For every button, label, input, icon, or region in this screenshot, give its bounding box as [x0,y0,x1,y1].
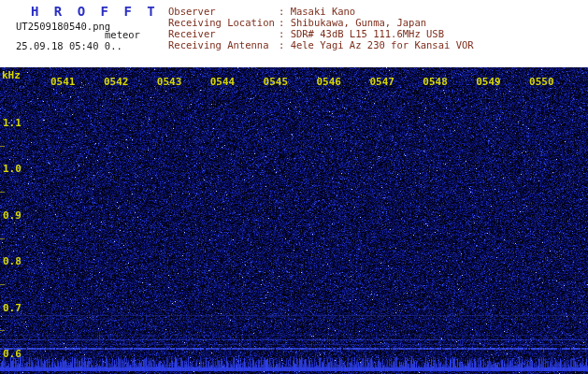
time-axis-label: 0541 [50,76,76,88]
metadata-label: Receiver [168,28,279,39]
time-axis-label: 0545 [264,76,289,88]
time-axis-label: 0543 [157,76,182,88]
observation-tag: meteor [105,29,140,40]
header-bar: H R O F F T UT2509180540.png meteor 25.0… [0,0,588,67]
time-axis-label: 0544 [210,76,236,88]
time-axis-label: 0549 [476,76,501,88]
metadata-label: Receiving Antenna [168,39,279,50]
time-axis-label: 0550 [529,76,554,88]
metadata-label: Receiving Location [168,17,279,28]
freq-axis-minor-tick [0,192,5,193]
freq-axis-label: 0.7 [3,301,22,313]
time-axis-label: 0546 [317,76,342,88]
metadata-value: Shibukawa, Gunma, Japan [291,17,426,28]
freq-axis-minor-tick [0,330,5,331]
freq-axis-label: 0.6 [3,348,22,360]
freq-axis-label: 1.1 [3,117,22,129]
metadata-row: Receiving Location: Shibukawa, Gunma, Ja… [168,17,474,28]
metadata-colon: : [279,6,291,17]
freq-axis-minor-tick [0,284,5,285]
freq-axis-minor-tick [0,238,5,239]
date-time-label: 25.09.18 05:40 0.. [16,40,122,51]
metadata-block: Observer: Masaki KanoReceiving Location:… [168,6,474,50]
metadata-row: Receiver: SDR# 43dB L15 111.6MHz USB [168,28,474,39]
metadata-value: 4ele Yagi Az 230 for Kansai VOR [291,39,474,50]
freq-axis-label: 0.9 [3,209,22,221]
metadata-value: Masaki Kano [291,6,356,17]
metadata-row: Observer: Masaki Kano [168,6,474,17]
metadata-colon: : [279,39,291,50]
spectrogram-canvas [0,67,588,374]
time-axis-label: 0548 [423,76,448,88]
output-filename: UT2509180540.png [16,21,110,32]
metadata-row: Receiving Antenna: 4ele Yagi Az 230 for … [168,39,474,50]
metadata-colon: : [279,28,291,39]
freq-axis-unit: kHz [2,69,21,81]
freq-axis-label: 0.8 [3,255,22,267]
freq-axis-minor-tick [0,146,5,147]
freq-axis-label: 1.0 [3,163,22,175]
hrofft-output: kHz H R O F F T UT2509180540.png meteor … [0,0,588,374]
metadata-label: Observer [168,6,279,17]
time-axis-label: 0542 [104,76,129,88]
time-axis-label: 0547 [369,76,394,88]
metadata-colon: : [279,17,291,28]
app-title: H R O F F T [31,4,159,19]
metadata-value: SDR# 43dB L15 111.6MHz USB [291,28,444,39]
